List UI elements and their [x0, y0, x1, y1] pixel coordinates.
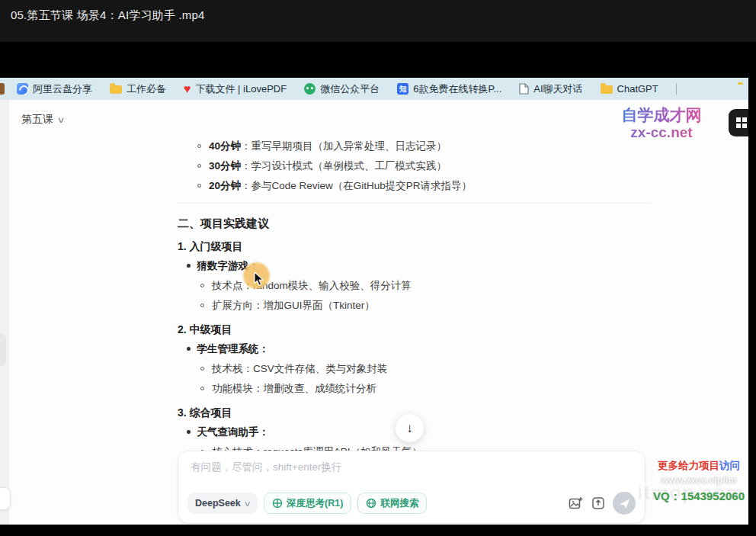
- bookmark-label: 工作必备: [127, 82, 166, 96]
- schedule-item: 40分钟：重写早期项目（加入异常处理、日志记录）: [178, 136, 650, 156]
- chat-composer: DeepSeek ∨ 深度思考(R1): [178, 451, 645, 524]
- model-label: DeepSeek: [195, 498, 241, 509]
- windows-icon: [736, 117, 747, 128]
- dot-bullet-icon: [187, 430, 191, 434]
- chat-message-content: 40分钟：重写早期项目（加入异常处理、日志记录） 30分钟：学习设计模式（单例模…: [178, 136, 650, 462]
- upload-icon: [591, 496, 605, 510]
- section-divider: [178, 203, 650, 204]
- zhihu-icon: 知: [397, 83, 408, 95]
- video-title: 05.第五节课 场景4：AI学习助手 .mp4: [0, 0, 205, 23]
- list-item: 学生管理系统：: [178, 339, 650, 359]
- bookmark-ilovepdf[interactable]: ♥ 下载文件 | iLovePDF: [184, 82, 287, 96]
- circle-bullet-icon: [197, 164, 201, 168]
- chevron-down-icon: ∨: [56, 115, 65, 125]
- watermark-contact: VQ：1543952060: [645, 488, 748, 506]
- sidebar-floating-button[interactable]: [0, 487, 11, 510]
- image-add-icon: [569, 496, 583, 511]
- web-search-label: 联网搜索: [380, 497, 418, 510]
- globe-icon: [366, 498, 376, 509]
- circle-bullet-icon: [200, 284, 204, 287]
- web-search-toggle[interactable]: 联网搜索: [357, 493, 427, 514]
- aliyun-drive-icon: [17, 83, 28, 95]
- chat-input[interactable]: [191, 461, 617, 488]
- group-title: 2. 中级项目: [178, 320, 650, 339]
- chat-page: 第五课 ∨ 自学成才网 zx-cc.net 40分钟：重写早期项目（加入异常: [0, 100, 748, 525]
- bookmark-chatgpt-folder[interactable]: ChatGPT: [601, 83, 658, 95]
- circle-bullet-icon: [197, 184, 201, 188]
- bookmark-label: 6款免费在线转换P...: [413, 82, 501, 96]
- list-subitem: 功能模块：增删改查、成绩统计分析: [178, 379, 650, 399]
- heart-icon: ♥: [184, 84, 191, 95]
- bookmark-label: ChatGPT: [617, 83, 658, 95]
- composer-toolbar: DeepSeek ∨ 深度思考(R1): [187, 492, 636, 515]
- bookmark-label: AI聊天对话: [533, 82, 582, 96]
- bookmark-label: 微信公众平台: [320, 82, 380, 96]
- circle-bullet-icon: [200, 387, 204, 390]
- mouse-cursor-icon: [254, 272, 264, 286]
- watermark-block: 更多给力项目访问 www.zxcc.vip/lm VQ：1543952060: [645, 458, 748, 506]
- page-icon: [519, 83, 529, 95]
- browser-bookmarks-bar: 阿里云盘分享 工作必备 ♥ 下载文件 | iLovePDF 微信公众平台 知 6…: [0, 78, 748, 100]
- deep-think-label: 深度思考(R1): [287, 497, 343, 510]
- arrow-down-icon: ↓: [406, 421, 413, 436]
- folder-icon: [110, 85, 122, 94]
- bookmark-label: 下载文件 | iLovePDF: [196, 82, 287, 96]
- bookmark-aliyun-drive[interactable]: 阿里云盘分享: [17, 82, 92, 96]
- circle-bullet-icon: [200, 367, 204, 371]
- paper-plane-icon: [619, 498, 630, 509]
- watermark-url: www.zxcc.vip/lm: [645, 473, 748, 488]
- windows-overlay-button[interactable]: [729, 109, 748, 136]
- video-player: 05.第五节课 场景4：AI学习助手 .mp4 阿里云盘分享 工作必备 ♥ 下载…: [0, 0, 756, 536]
- bookmark-online-converter[interactable]: 知 6款免费在线转换P...: [397, 82, 501, 96]
- watermark-line1: 更多给力项目访问: [645, 458, 748, 473]
- schedule-item: 30分钟：学习设计模式（单例模式、工厂模式实践）: [178, 156, 650, 176]
- bookmark-wechat-platform[interactable]: 微信公众平台: [304, 82, 380, 96]
- folder-icon: [601, 85, 613, 94]
- wechat-icon: [304, 83, 316, 95]
- partial-bookmark-icon[interactable]: [0, 83, 5, 95]
- chevron-down-icon: ∨: [243, 499, 251, 508]
- bookmarks-separator: [676, 83, 677, 95]
- circle-bullet-icon: [200, 303, 204, 307]
- upload-file-button[interactable]: [590, 495, 607, 512]
- dot-bullet-icon: [187, 264, 191, 268]
- deep-think-icon: [272, 498, 283, 509]
- model-selector[interactable]: DeepSeek ∨: [187, 493, 258, 514]
- collapsed-sidebar-edge: [0, 100, 9, 525]
- group-title: 1. 入门级项目: [178, 237, 650, 256]
- attach-image-button[interactable]: [567, 495, 584, 512]
- bookmark-label: 阿里云盘分享: [33, 82, 92, 96]
- site-logo-name: 自学成才网: [619, 106, 704, 124]
- section-title: 二、项目实践建议: [178, 214, 650, 233]
- dot-bullet-icon: [187, 347, 191, 351]
- course-selector-dropdown[interactable]: 第五课 ∨: [21, 113, 64, 127]
- bookmark-ai-chat[interactable]: AI聊天对话: [519, 82, 582, 96]
- bookmark-work-folder[interactable]: 工作必备: [110, 82, 166, 96]
- player-title-bar: 05.第五节课 场景4：AI学习助手 .mp4: [0, 0, 756, 42]
- deep-think-toggle[interactable]: 深度思考(R1): [264, 493, 351, 514]
- scroll-to-bottom-button[interactable]: ↓: [396, 414, 424, 442]
- video-frame: 阿里云盘分享 工作必备 ♥ 下载文件 | iLovePDF 微信公众平台 知 6…: [0, 42, 748, 525]
- send-button[interactable]: [613, 492, 636, 515]
- list-subitem: 扩展方向：增加GUI界面（Tkinter）: [178, 296, 650, 316]
- sidebar-toggle-handle[interactable]: [0, 333, 6, 367]
- list-subitem: 技术栈：CSV文件存储、类与对象封装: [178, 359, 650, 379]
- circle-bullet-icon: [197, 144, 201, 148]
- course-selector-label: 第五课: [21, 113, 53, 127]
- schedule-item: 20分钟：参与Code Review（在GitHub提交PR请求指导）: [178, 176, 650, 196]
